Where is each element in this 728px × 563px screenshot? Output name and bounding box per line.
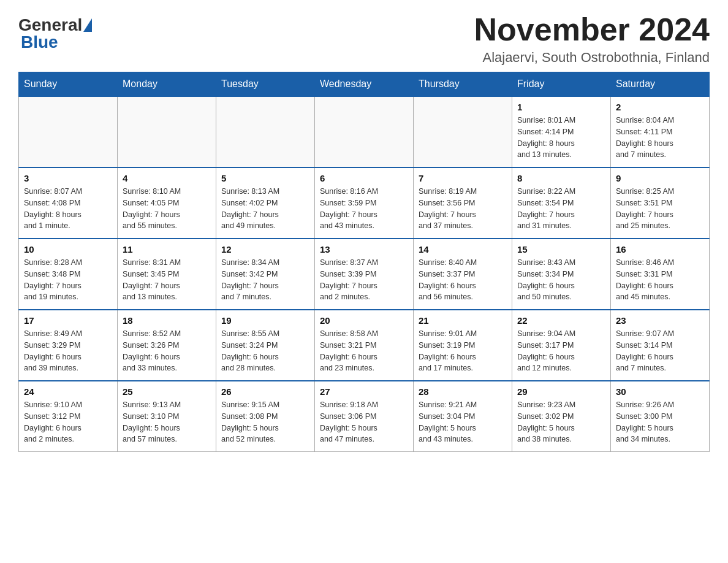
day-info: Sunrise: 8:34 AMSunset: 3:42 PMDaylight:… <box>221 257 309 303</box>
day-number: 27 <box>320 386 408 397</box>
calendar-cell-2-6: 16Sunrise: 8:46 AMSunset: 3:31 PMDayligh… <box>611 239 710 310</box>
calendar-cell-3-2: 19Sunrise: 8:55 AMSunset: 3:24 PMDayligh… <box>216 310 315 381</box>
calendar-cell-0-4 <box>414 96 512 167</box>
day-number: 19 <box>221 315 309 326</box>
day-info: Sunrise: 9:01 AMSunset: 3:19 PMDaylight:… <box>419 328 507 374</box>
logo-triangle-icon <box>83 18 92 32</box>
calendar-cell-4-2: 26Sunrise: 9:15 AMSunset: 3:08 PMDayligh… <box>216 381 315 452</box>
day-number: 10 <box>24 244 112 255</box>
day-info: Sunrise: 8:40 AMSunset: 3:37 PMDaylight:… <box>419 257 507 303</box>
week-row-4: 17Sunrise: 8:49 AMSunset: 3:29 PMDayligh… <box>19 310 710 381</box>
header-monday: Monday <box>118 72 216 97</box>
day-number: 29 <box>517 386 605 397</box>
day-info: Sunrise: 8:13 AMSunset: 4:02 PMDaylight:… <box>221 186 309 232</box>
day-number: 3 <box>24 173 112 183</box>
calendar-cell-2-1: 11Sunrise: 8:31 AMSunset: 3:45 PMDayligh… <box>118 239 216 310</box>
calendar-cell-2-0: 10Sunrise: 8:28 AMSunset: 3:48 PMDayligh… <box>19 239 118 310</box>
day-info: Sunrise: 8:58 AMSunset: 3:21 PMDaylight:… <box>320 328 408 374</box>
day-number: 16 <box>616 244 704 255</box>
calendar-cell-1-1: 4Sunrise: 8:10 AMSunset: 4:05 PMDaylight… <box>118 167 216 239</box>
day-info: Sunrise: 9:07 AMSunset: 3:14 PMDaylight:… <box>616 328 704 374</box>
calendar-table: Sunday Monday Tuesday Wednesday Thursday… <box>18 72 710 452</box>
title-section: November 2024 Alajaervi, South Ostroboth… <box>474 12 710 66</box>
day-info: Sunrise: 8:22 AMSunset: 3:54 PMDaylight:… <box>517 186 605 232</box>
day-info: Sunrise: 8:52 AMSunset: 3:26 PMDaylight:… <box>123 328 211 374</box>
calendar-cell-0-6: 2Sunrise: 8:04 AMSunset: 4:11 PMDaylight… <box>611 96 710 167</box>
header-thursday: Thursday <box>414 72 512 97</box>
day-info: Sunrise: 8:16 AMSunset: 3:59 PMDaylight:… <box>320 186 408 232</box>
day-info: Sunrise: 8:25 AMSunset: 3:51 PMDaylight:… <box>616 186 704 232</box>
day-number: 23 <box>616 315 704 326</box>
calendar-cell-3-6: 23Sunrise: 9:07 AMSunset: 3:14 PMDayligh… <box>611 310 710 381</box>
calendar-cell-0-1 <box>118 96 216 167</box>
day-info: Sunrise: 8:01 AMSunset: 4:14 PMDaylight:… <box>517 115 605 161</box>
day-info: Sunrise: 8:04 AMSunset: 4:11 PMDaylight:… <box>616 115 704 161</box>
header-tuesday: Tuesday <box>216 72 315 97</box>
logo-blue-text: Blue <box>21 33 58 52</box>
day-number: 18 <box>123 315 211 326</box>
day-info: Sunrise: 8:19 AMSunset: 3:56 PMDaylight:… <box>419 186 507 232</box>
day-number: 1 <box>517 102 605 112</box>
day-number: 21 <box>419 315 507 326</box>
calendar-cell-2-3: 13Sunrise: 8:37 AMSunset: 3:39 PMDayligh… <box>315 239 414 310</box>
calendar-cell-1-2: 5Sunrise: 8:13 AMSunset: 4:02 PMDaylight… <box>216 167 315 239</box>
calendar-cell-3-1: 18Sunrise: 8:52 AMSunset: 3:26 PMDayligh… <box>118 310 216 381</box>
page-header: General Blue November 2024 Alajaervi, So… <box>18 12 710 66</box>
day-number: 6 <box>320 173 408 183</box>
day-info: Sunrise: 8:37 AMSunset: 3:39 PMDaylight:… <box>320 257 408 303</box>
calendar-cell-0-0 <box>19 96 118 167</box>
day-info: Sunrise: 8:43 AMSunset: 3:34 PMDaylight:… <box>517 257 605 303</box>
calendar-cell-1-4: 7Sunrise: 8:19 AMSunset: 3:56 PMDaylight… <box>414 167 512 239</box>
day-number: 20 <box>320 315 408 326</box>
calendar-cell-2-2: 12Sunrise: 8:34 AMSunset: 3:42 PMDayligh… <box>216 239 315 310</box>
day-number: 7 <box>419 173 507 183</box>
day-info: Sunrise: 9:18 AMSunset: 3:06 PMDaylight:… <box>320 399 408 445</box>
calendar-cell-3-4: 21Sunrise: 9:01 AMSunset: 3:19 PMDayligh… <box>414 310 512 381</box>
day-number: 22 <box>517 315 605 326</box>
calendar-cell-1-0: 3Sunrise: 8:07 AMSunset: 4:08 PMDaylight… <box>19 167 118 239</box>
day-number: 14 <box>419 244 507 255</box>
day-number: 12 <box>221 244 309 255</box>
calendar-cell-2-4: 14Sunrise: 8:40 AMSunset: 3:37 PMDayligh… <box>414 239 512 310</box>
day-number: 13 <box>320 244 408 255</box>
logo: General Blue <box>18 12 92 52</box>
calendar-cell-0-3 <box>315 96 414 167</box>
header-friday: Friday <box>512 72 611 97</box>
calendar-title: November 2024 <box>474 12 710 47</box>
day-number: 28 <box>419 386 507 397</box>
calendar-cell-3-3: 20Sunrise: 8:58 AMSunset: 3:21 PMDayligh… <box>315 310 414 381</box>
week-row-2: 3Sunrise: 8:07 AMSunset: 4:08 PMDaylight… <box>19 167 710 239</box>
day-info: Sunrise: 8:28 AMSunset: 3:48 PMDaylight:… <box>24 257 112 303</box>
week-row-3: 10Sunrise: 8:28 AMSunset: 3:48 PMDayligh… <box>19 239 710 310</box>
calendar-cell-0-2 <box>216 96 315 167</box>
day-info: Sunrise: 8:55 AMSunset: 3:24 PMDaylight:… <box>221 328 309 374</box>
calendar-cell-3-0: 17Sunrise: 8:49 AMSunset: 3:29 PMDayligh… <box>19 310 118 381</box>
header-saturday: Saturday <box>611 72 710 97</box>
day-number: 25 <box>123 386 211 397</box>
calendar-cell-3-5: 22Sunrise: 9:04 AMSunset: 3:17 PMDayligh… <box>512 310 611 381</box>
day-info: Sunrise: 8:49 AMSunset: 3:29 PMDaylight:… <box>24 328 112 374</box>
day-number: 9 <box>616 173 704 183</box>
calendar-header-row: Sunday Monday Tuesday Wednesday Thursday… <box>19 72 710 97</box>
day-info: Sunrise: 9:21 AMSunset: 3:04 PMDaylight:… <box>419 399 507 445</box>
day-info: Sunrise: 9:04 AMSunset: 3:17 PMDaylight:… <box>517 328 605 374</box>
calendar-cell-4-1: 25Sunrise: 9:13 AMSunset: 3:10 PMDayligh… <box>118 381 216 452</box>
calendar-cell-4-4: 28Sunrise: 9:21 AMSunset: 3:04 PMDayligh… <box>414 381 512 452</box>
day-number: 5 <box>221 173 309 183</box>
calendar-cell-4-0: 24Sunrise: 9:10 AMSunset: 3:12 PMDayligh… <box>19 381 118 452</box>
day-info: Sunrise: 9:10 AMSunset: 3:12 PMDaylight:… <box>24 399 112 445</box>
day-info: Sunrise: 9:15 AMSunset: 3:08 PMDaylight:… <box>221 399 309 445</box>
header-sunday: Sunday <box>19 72 118 97</box>
header-wednesday: Wednesday <box>315 72 414 97</box>
day-number: 4 <box>123 173 211 183</box>
day-info: Sunrise: 9:26 AMSunset: 3:00 PMDaylight:… <box>616 399 704 445</box>
calendar-cell-0-5: 1Sunrise: 8:01 AMSunset: 4:14 PMDaylight… <box>512 96 611 167</box>
day-number: 26 <box>221 386 309 397</box>
calendar-cell-2-5: 15Sunrise: 8:43 AMSunset: 3:34 PMDayligh… <box>512 239 611 310</box>
day-info: Sunrise: 8:31 AMSunset: 3:45 PMDaylight:… <box>123 257 211 303</box>
calendar-cell-4-3: 27Sunrise: 9:18 AMSunset: 3:06 PMDayligh… <box>315 381 414 452</box>
day-info: Sunrise: 9:23 AMSunset: 3:02 PMDaylight:… <box>517 399 605 445</box>
calendar-cell-4-5: 29Sunrise: 9:23 AMSunset: 3:02 PMDayligh… <box>512 381 611 452</box>
day-info: Sunrise: 8:10 AMSunset: 4:05 PMDaylight:… <box>123 186 211 232</box>
calendar-cell-1-3: 6Sunrise: 8:16 AMSunset: 3:59 PMDaylight… <box>315 167 414 239</box>
